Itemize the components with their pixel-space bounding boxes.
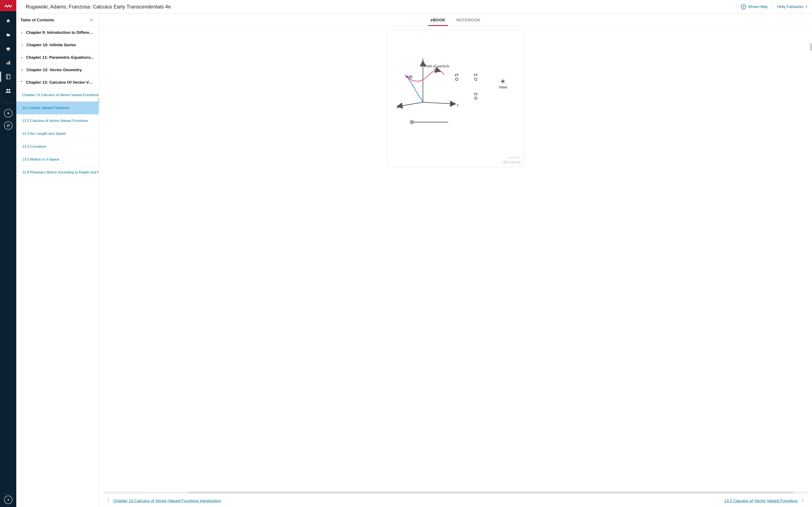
chevron-right-icon [7, 498, 9, 501]
rail-folder[interactable] [0, 30, 16, 40]
plane-xy-label: xy [474, 91, 478, 96]
toc-subitem[interactable]: 13.6 Planetary Motion According to Keple… [16, 166, 99, 179]
rail-swap[interactable] [4, 121, 12, 130]
rail-book[interactable] [0, 72, 16, 82]
toc-chapter-label: Chapter 12: Vector Geometry [27, 68, 82, 72]
vertical-scrollbar[interactable] [810, 43, 812, 51]
slider-knob[interactable] [410, 120, 414, 124]
pager-prev-label: Chapter 13 Calculus of Vector-Valued Fun… [113, 499, 221, 503]
toc-chapter[interactable]: › Chapter 13: Calculus Of Vector-Valued … [16, 76, 99, 89]
chevron-right-icon: › [20, 30, 23, 35]
tab-notebook[interactable]: NOTEBOOK [456, 15, 481, 26]
x-axis-label: x [397, 105, 398, 110]
toc-subitem[interactable]: 13.5 Motion in 3-Space [16, 153, 99, 166]
svg-rect-0 [6, 63, 7, 64]
plane-xz-radio[interactable]: xz [474, 72, 478, 81]
y-axis-label: y [457, 102, 458, 107]
toc-chapter-label: Chapter 13: Calculus Of Vector-Valued … [26, 80, 95, 85]
toc-close-button[interactable]: ✕ [88, 16, 95, 24]
rail-divider-bottom [4, 494, 13, 494]
powered-by-desmos: powered by desmos [503, 156, 521, 165]
powered-by-label: powered by [503, 156, 521, 159]
tab-ebook[interactable]: eBOOK [430, 15, 446, 26]
brand-logo[interactable] [0, 0, 16, 11]
pager-prev[interactable]: 〈 Chapter 13 Calculus of Vector-Valued F… [105, 498, 221, 504]
book-icon [6, 74, 10, 79]
svg-rect-1 [8, 62, 9, 64]
rail-people[interactable] [0, 86, 16, 96]
plane-xy-radio[interactable]: xy [474, 91, 478, 100]
rail-bars[interactable] [0, 58, 16, 68]
ebook-viewer[interactable]: z y x r(t) Path of particle yz [99, 26, 812, 491]
graduation-icon [6, 47, 11, 51]
user-name: Holly Fairbanks [777, 5, 803, 9]
desmos-brand: desmos [503, 159, 521, 165]
chevron-right-icon: › [20, 68, 24, 72]
user-menu[interactable]: Holly Fairbanks ▼ [777, 5, 807, 9]
toc-list[interactable]: › Chapter 9: Introduction to Differentia… [16, 26, 99, 507]
pager-next[interactable]: 13.2 Calculus of Vector-Valued Functions… [724, 498, 806, 504]
content-tabs: eBOOK NOTEBOOK [99, 14, 812, 26]
toc-subitem[interactable]: Chapter 13 Calculus of Vector-Valued Fun… [16, 89, 99, 102]
left-rail [0, 0, 16, 507]
plane-yz-label: yz [455, 72, 459, 77]
people-icon [5, 89, 11, 93]
plus-icon [6, 111, 10, 115]
plane-xz-label: xz [474, 72, 478, 77]
toc-chapter[interactable]: › Chapter 12: Vector Geometry [16, 64, 99, 76]
radio-dot-icon [455, 78, 458, 81]
chevron-left-icon: 〈 [105, 498, 109, 504]
plane-yz-radio[interactable]: yz [455, 72, 459, 81]
rail-expand[interactable] [4, 496, 12, 504]
toc-chapter[interactable]: › Chapter 10: Infinite Series [16, 39, 99, 51]
macmillan-logo-icon [5, 3, 12, 8]
topbar: Rogawski, Adams, Franzosa: Calculus Earl… [16, 0, 812, 14]
chevron-down-icon: ▼ [805, 5, 807, 8]
close-icon: ✕ [90, 17, 93, 22]
content-area: eBOOK NOTEBOOK [99, 14, 812, 507]
show-help-link[interactable]: ? Show Help [741, 4, 768, 9]
svg-point-6 [6, 89, 8, 91]
figure-svg [387, 30, 524, 167]
pager: 〈 Chapter 13 Calculus of Vector-Valued F… [99, 495, 812, 507]
chevron-right-icon: 〉 [801, 498, 806, 504]
chevron-right-icon: › [20, 55, 23, 60]
toc-subitem[interactable]: 13.3 Arc Length and Speed [16, 127, 99, 140]
toc-subitem[interactable]: 13.1 Vector-Valued Functions [16, 102, 99, 114]
rail-divider [4, 103, 13, 104]
svg-line-10 [398, 102, 423, 107]
horizontal-scrollbar[interactable] [103, 491, 808, 494]
view-knob[interactable] [501, 79, 505, 83]
path-label: Path of particle [424, 64, 449, 68]
svg-line-11 [406, 75, 423, 102]
toc-chapter[interactable]: › Chapter 11: Parametric Equations, Pol… [16, 51, 99, 64]
z-axis-label: z [422, 57, 423, 62]
vector-label: r(t) [407, 74, 412, 79]
show-help-label: Show Help [748, 4, 768, 9]
toc-chapter-label: Chapter 9: Introduction to Differential … [26, 30, 95, 35]
toc-panel: Table of Contents ✕ › Chapter 9: Introdu… [16, 14, 99, 507]
radio-dot-icon [474, 97, 477, 100]
pager-next-label: 13.2 Calculus of Vector-Valued Functions [724, 499, 798, 503]
svg-point-7 [8, 89, 10, 91]
rail-home[interactable] [0, 16, 16, 26]
bar-chart-icon [6, 60, 11, 65]
svg-rect-2 [9, 61, 10, 64]
toc-subitem[interactable]: 13.2 Calculus of Vector-Valued Functions [16, 114, 99, 127]
view-label: View [499, 85, 507, 90]
toc-title: Table of Contents [20, 18, 54, 22]
toc-subitem[interactable]: 13.4 Curvature [16, 140, 99, 153]
chevron-down-icon: › [19, 81, 24, 84]
book-title: Rogawski, Adams, Franzosa: Calculus Earl… [26, 4, 171, 10]
svg-rect-3 [6, 74, 10, 79]
radio-dot-icon [474, 78, 477, 81]
svg-line-9 [423, 102, 455, 104]
rail-add[interactable] [4, 109, 12, 117]
toc-chapter[interactable]: › Chapter 9: Introduction to Differentia… [16, 26, 99, 39]
figure-card: z y x r(t) Path of particle yz [387, 30, 524, 167]
dot-icon [502, 80, 504, 82]
toc-chapter-label: Chapter 11: Parametric Equations, Pol… [26, 55, 95, 60]
folder-icon [6, 33, 11, 37]
help-icon: ? [741, 4, 746, 9]
rail-grad[interactable] [0, 44, 16, 54]
